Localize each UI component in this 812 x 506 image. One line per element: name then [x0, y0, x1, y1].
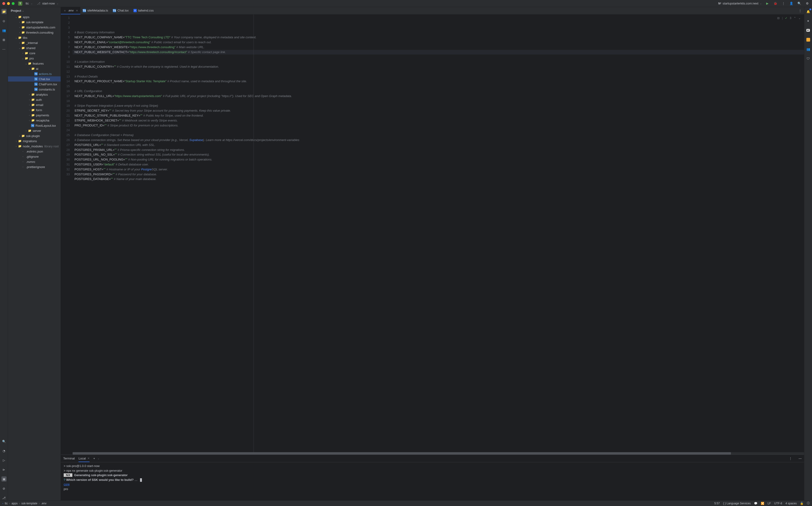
- code-line[interactable]: NEXT_PUBLIC_WEBSITE_CONTACT="https://www…: [73, 50, 804, 55]
- run-configuration[interactable]: N² startupstarterkits.com:next ⌄: [718, 2, 762, 5]
- code-editor[interactable]: ⊟ | ✓ 3 ⌃ ⌄ 1234567891011121314151617181…: [61, 15, 804, 452]
- search-icon[interactable]: 🔍: [797, 1, 802, 6]
- tree-item[interactable]: ⌄📁apps: [8, 14, 61, 19]
- shield-icon[interactable]: 🛡: [806, 56, 811, 61]
- tree-item[interactable]: TSRootLayout.tsx: [8, 123, 61, 128]
- settings-icon[interactable]: ⚙: [805, 1, 810, 6]
- vcs-tool-icon[interactable]: ⎇: [1, 495, 7, 500]
- line-ending[interactable]: LF: [768, 502, 771, 505]
- close-window-button[interactable]: [2, 2, 5, 5]
- tree-item[interactable]: TSconstants.ts: [8, 87, 61, 92]
- code-line[interactable]: STRIPE_WEBHOOK_SECRET="" # Webhook secre…: [73, 118, 804, 123]
- tree-item[interactable]: ⌄📁features: [8, 61, 61, 66]
- code-line[interactable]: # Stripe Payment Integration (Leave empt…: [73, 103, 804, 108]
- code-line[interactable]: NEXT_PUBLIC_PRODUCT_NAME="Startup Starte…: [73, 79, 804, 84]
- chevron-down-icon[interactable]: ⌄: [798, 16, 801, 20]
- code-line[interactable]: POSTGRES_HOST="" # Hostname or IP of you…: [73, 167, 804, 172]
- code-line[interactable]: # Database Configuration (Vercel + Prism…: [73, 133, 804, 138]
- tree-item[interactable]: ›📁core: [8, 51, 61, 56]
- feedback-icon[interactable]: 💬: [754, 502, 757, 505]
- code-line[interactable]: # Basic Company Information: [73, 30, 804, 35]
- editor-tab[interactable]: TSsiteMetadata.ts: [80, 7, 110, 14]
- code-line[interactable]: # Location Information: [73, 60, 804, 64]
- tree-item[interactable]: TSactions.ts: [8, 71, 61, 76]
- tree-item[interactable]: ⌄📁shared: [8, 46, 61, 51]
- code-line[interactable]: PRO_PRODUCT_ID="" # Stripe product ID fo…: [73, 123, 804, 128]
- code-line[interactable]: STRIPE_SECRET_KEY="" # Secret key from y…: [73, 108, 804, 113]
- file-tree[interactable]: ⌄📁apps›📁ssk-template›📁startupstarterkits…: [8, 14, 61, 500]
- tree-item[interactable]: ◦.prettierignore: [8, 164, 61, 169]
- tree-item[interactable]: ◦.nvmrc: [8, 159, 61, 164]
- info-icon[interactable]: ⓘ: [807, 501, 810, 505]
- breadcrumb-item[interactable]: apps: [11, 502, 18, 505]
- branch-name[interactable]: start-now: [42, 2, 55, 5]
- tree-item[interactable]: ›📁ssk-plugin: [8, 133, 61, 139]
- problems-tool-icon[interactable]: ⊘: [1, 486, 7, 491]
- terminal-options-button[interactable]: ⋮: [789, 457, 792, 460]
- readonly-icon[interactable]: 🔓: [800, 502, 804, 505]
- cursor-position[interactable]: 5:57: [714, 502, 720, 505]
- code-content[interactable]: # Basic Company InformationNEXT_PUBLIC_C…: [73, 15, 804, 452]
- nx-tool-icon[interactable]: N²: [806, 28, 811, 33]
- breadcrumb-item[interactable]: ssk-template: [21, 502, 37, 505]
- sidebar-header[interactable]: Project ⌄: [8, 7, 61, 14]
- code-line[interactable]: # Product Details: [73, 74, 804, 79]
- services-tool-icon[interactable]: ◔: [1, 448, 7, 453]
- code-line[interactable]: NEXT_PUBLIC_EMAIL="contact@threetech.con…: [73, 40, 804, 45]
- breadcrumb-item[interactable]: .env: [41, 502, 47, 505]
- code-line[interactable]: NEXT_PUBLIC_COMPANY_NAME="TTC Three Tech…: [73, 35, 804, 40]
- tree-item[interactable]: ›📁_internal: [8, 40, 61, 46]
- editor-tab[interactable]: ≡.env×: [61, 7, 80, 14]
- editor-tab[interactable]: #tailwind.css: [131, 7, 156, 14]
- debug-tool-icon[interactable]: ⊳: [1, 467, 7, 472]
- run-button[interactable]: ▶: [765, 1, 770, 6]
- packages-tool-icon[interactable]: ⊞: [1, 37, 7, 42]
- code-line[interactable]: [73, 69, 804, 74]
- more-tool-icon[interactable]: ⋯: [1, 47, 7, 52]
- tree-item[interactable]: ⌄📁pro: [8, 56, 61, 61]
- tree-item[interactable]: ›📁payments: [8, 112, 61, 118]
- code-line[interactable]: POSTGRES_URL="" # Standard connection UR…: [73, 143, 804, 148]
- run-tool-icon[interactable]: ▷: [1, 457, 7, 463]
- commit-tool-icon[interactable]: ⊙: [1, 18, 7, 23]
- project-tool-icon[interactable]: 📁: [1, 9, 7, 14]
- terminal-tab-main[interactable]: Terminal: [63, 455, 75, 461]
- code-line[interactable]: [73, 128, 804, 133]
- close-icon[interactable]: ×: [76, 9, 78, 12]
- file-encoding[interactable]: UTF-8: [774, 502, 782, 505]
- maximize-window-button[interactable]: [12, 2, 15, 5]
- interpreter-icon[interactable]: 🔀: [761, 502, 764, 505]
- terminal-output[interactable]: > ssk-pro@1.0.0 start-now> npx nx genera…: [61, 462, 804, 500]
- tree-item[interactable]: ⌄📁ai: [8, 66, 61, 71]
- code-line[interactable]: POSTGRES_URL_NON_POOLING="" # Non-poolin…: [73, 157, 804, 162]
- minimize-window-button[interactable]: [7, 2, 10, 5]
- tree-item[interactable]: ›📁server: [8, 128, 61, 133]
- code-line[interactable]: [73, 187, 804, 191]
- code-line[interactable]: [73, 84, 804, 89]
- terminal-tab-local[interactable]: Local ×: [79, 455, 90, 462]
- check-icon[interactable]: ✓: [785, 16, 787, 20]
- tree-item[interactable]: ›📁startupstarterkits.com: [8, 25, 61, 30]
- tree-item[interactable]: ›📁migrations: [8, 139, 61, 144]
- code-line[interactable]: POSTGRES_PASSWORD="" # Password for your…: [73, 172, 804, 177]
- tree-item[interactable]: ›📁email: [8, 102, 61, 107]
- tree-item[interactable]: ›📁recaptcha: [8, 118, 61, 123]
- code-line[interactable]: NEXT_PUBLIC_FULL_URL="https://www.startu…: [73, 94, 804, 99]
- minimize-icon[interactable]: ⊟: [777, 16, 780, 20]
- debug-button[interactable]: 🐞: [773, 1, 778, 6]
- notifications-icon[interactable]: 🔔: [806, 9, 811, 14]
- project-selector[interactable]: T ttc ⌄ ⎇ start-now ⌄: [18, 1, 59, 6]
- code-line[interactable]: # Database connection strings. Set these…: [73, 138, 804, 143]
- tab-options-button[interactable]: ⋮: [799, 9, 802, 12]
- tree-item[interactable]: ›📁ssk-template: [8, 19, 61, 25]
- tree-item[interactable]: ›📁analytics: [8, 92, 61, 97]
- editor-tab[interactable]: TSChat.tsx: [110, 7, 131, 14]
- breadcrumb-item[interactable]: ttc: [5, 502, 8, 505]
- tree-item[interactable]: ›📁form: [8, 107, 61, 112]
- search-tool-icon[interactable]: 🔍: [1, 439, 7, 444]
- chevron-down-icon[interactable]: ⌄: [97, 457, 99, 460]
- scrollbar-thumb[interactable]: [73, 452, 731, 454]
- code-line[interactable]: POSTGRES_PRISMA_URL="" # Prisma-specific…: [73, 148, 804, 153]
- code-line[interactable]: [73, 55, 804, 60]
- code-line[interactable]: # URL Configuration: [73, 89, 804, 94]
